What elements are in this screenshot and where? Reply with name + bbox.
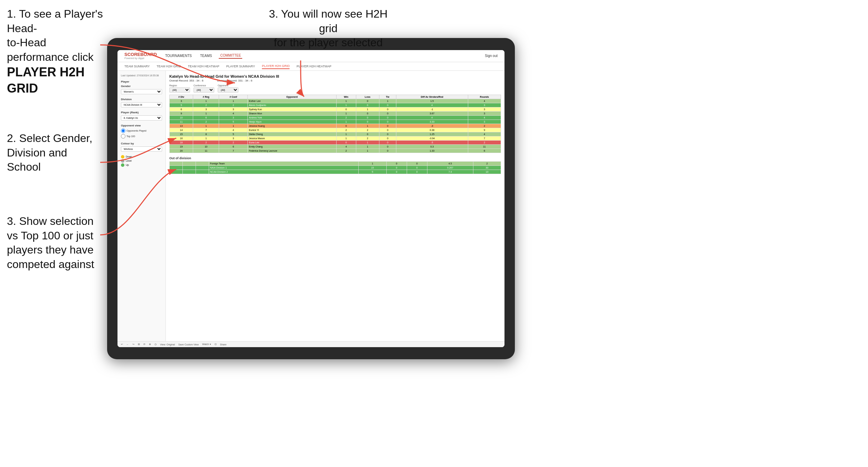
- cell-win: 2: [336, 115, 356, 120]
- cell-conf: [196, 161, 209, 165]
- toolbar-back[interactable]: ←: [126, 343, 129, 346]
- cell-loss: 1: [356, 107, 379, 111]
- cell-loss: 1: [356, 149, 379, 153]
- conference-select[interactable]: (All): [194, 87, 214, 93]
- toolbar-save-view[interactable]: Save Custom View: [178, 343, 199, 346]
- cell-conf: 5: [219, 120, 248, 124]
- cell-tie: 0: [407, 165, 427, 170]
- cell-diff: -5: [396, 140, 468, 144]
- cell-win: 2: [336, 128, 356, 132]
- division-select[interactable]: NCAA Division III: [121, 102, 162, 107]
- nav-teams[interactable]: TEAMS: [199, 53, 213, 58]
- cell-div: 14: [170, 128, 193, 132]
- toolbar-clock[interactable]: ◷: [154, 343, 157, 346]
- cell-div: 11: [170, 120, 193, 124]
- cell-rounds: 9: [468, 128, 501, 132]
- cell-win: 2: [336, 149, 356, 153]
- annotation-3-right: 3. You will now see H2H gridfor the play…: [263, 7, 394, 50]
- cell-div: 13: [170, 124, 193, 128]
- bottom-toolbar: ↩ ← ↪ ⊞ ⟳ ⊕ ◷ View: Original Save Custom…: [117, 341, 504, 347]
- region-select[interactable]: (All): [169, 87, 190, 93]
- table-row: 16 1 3 Jessica Mason 1 2 0 -0.94 7: [170, 136, 501, 140]
- cell-reg: 3: [193, 107, 219, 111]
- colour-by-select[interactable]: Win/loss: [121, 146, 162, 152]
- opponent-select[interactable]: (All): [218, 87, 238, 93]
- toolbar-redo[interactable]: ↪: [132, 343, 134, 346]
- cell-conf: 3: [219, 115, 248, 120]
- cell-rounds: 10: [473, 170, 501, 174]
- ood-table-row: NCAA Division 2 5 0 0 7.4 10: [170, 170, 501, 174]
- cell-tie: 0: [379, 132, 396, 136]
- cell-div: [170, 170, 183, 174]
- subnav-player-summary[interactable]: PLAYER SUMMARY: [226, 64, 255, 69]
- nav-committee[interactable]: COMMITTEE: [219, 53, 242, 59]
- annotation-1: 1. To see a Player's Head- to-Head perfo…: [7, 7, 104, 97]
- cell-div: 16: [170, 136, 193, 140]
- cell-loss: 0: [356, 132, 379, 136]
- table-row: 14 7 4 Eunice Yi 2 2 0 0.38 9: [170, 128, 501, 132]
- cell-tie: 0: [379, 115, 396, 120]
- cell-conf: 4: [219, 128, 248, 132]
- subnav-player-h2h-heatmap[interactable]: PLAYER H2H HEATMAP: [296, 64, 331, 69]
- toolbar-refresh[interactable]: ⟳: [143, 343, 145, 346]
- sign-out[interactable]: Sign out: [485, 54, 498, 58]
- cell-conf: 2: [219, 103, 248, 107]
- tablet-device: SCOREBOARD Powered by clippd TOURNAMENTS…: [107, 38, 515, 359]
- cell-loss: 0: [356, 99, 379, 103]
- subnav-team-h2h-heatmap[interactable]: TEAM H2H HEATMAP: [188, 64, 219, 69]
- cell-div: 3: [170, 99, 193, 103]
- cell-opponent: Sydney Kuo: [248, 107, 337, 111]
- cell-opponent: Eunice Yi: [248, 128, 337, 132]
- subnav-player-h2h-grid[interactable]: PLAYER H2H GRID: [262, 64, 290, 69]
- toolbar-view-original[interactable]: View: Original: [160, 343, 175, 346]
- cell-reg: 8: [193, 132, 219, 136]
- toolbar-settings[interactable]: ⊡: [215, 343, 217, 346]
- cell-loss: 2: [356, 136, 379, 140]
- cell-tie: 0: [379, 124, 396, 128]
- cell-conf: 1: [219, 124, 248, 128]
- subnav-team-h2h-grid[interactable]: TEAM H2H GRID: [157, 64, 181, 69]
- cell-div: 20: [170, 149, 193, 153]
- legend-up: Up: [121, 163, 162, 167]
- division-label: Division: [121, 98, 162, 101]
- cell-opponent: Heejo Hyun: [248, 120, 337, 124]
- nav-tournaments[interactable]: TOURNAMENTS: [164, 53, 193, 58]
- radio-opponents-played[interactable]: Opponents Played: [121, 128, 162, 133]
- cell-rounds: 4: [468, 99, 501, 103]
- cell-conf: 4: [219, 111, 248, 115]
- cell-diff: -0.94: [396, 136, 468, 140]
- cell-reg: 6: [193, 115, 219, 120]
- cell-reg: 1: [193, 99, 219, 103]
- cell-diff: 1.25: [396, 132, 468, 136]
- cell-reg: 1: [193, 124, 219, 128]
- player-rank-select[interactable]: 8. Katelyn Vo: [121, 115, 162, 121]
- legend-up-dot: [121, 163, 124, 167]
- toolbar-watch[interactable]: Watch ▾: [202, 343, 211, 346]
- col-tie: Tie: [379, 95, 396, 99]
- grid-title: Katelyn Vo Head-to-Head Grid for Women's…: [169, 74, 501, 78]
- toolbar-add[interactable]: ⊕: [149, 343, 151, 346]
- radio-top-100[interactable]: Top 100: [121, 134, 162, 139]
- cell-loss: 0: [356, 115, 379, 120]
- cell-rounds: 3: [468, 120, 501, 124]
- cell-div: 19: [170, 144, 193, 149]
- cell-div: 6: [170, 107, 193, 111]
- cell-reg: 2: [193, 120, 219, 124]
- toolbar-undo[interactable]: ↩: [121, 343, 123, 346]
- opponent-view-label: Opponent view: [121, 124, 162, 127]
- cell-conf: 7: [219, 149, 248, 153]
- legend-level: Level: [121, 159, 162, 163]
- nav-bar: SCOREBOARD Powered by clippd TOURNAMENTS…: [117, 50, 504, 62]
- subnav-team-summary[interactable]: TEAM SUMMARY: [124, 64, 150, 69]
- cell-reg: [182, 161, 196, 165]
- cell-diff: 0.38: [396, 128, 468, 132]
- cell-loss: 1: [356, 140, 379, 144]
- cell-tie: 0: [379, 120, 396, 124]
- cell-reg: 2: [193, 140, 219, 144]
- toolbar-share[interactable]: Share: [220, 343, 227, 346]
- cell-reg: [182, 170, 196, 174]
- legend-level-dot: [121, 159, 124, 163]
- gender-select[interactable]: Women's: [121, 89, 162, 94]
- toolbar-grid[interactable]: ⊞: [138, 343, 140, 346]
- cell-tie: 0: [379, 107, 396, 111]
